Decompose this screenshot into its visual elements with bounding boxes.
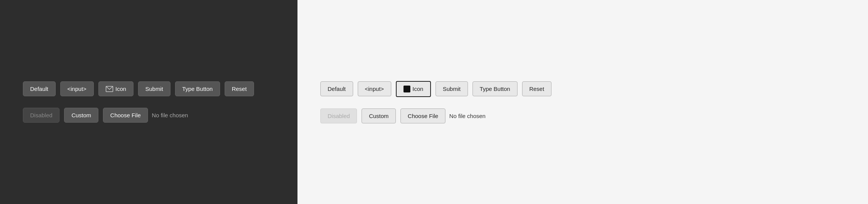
- light-input-button[interactable]: <input>: [358, 81, 391, 96]
- dark-icon-button[interactable]: Icon: [98, 81, 133, 96]
- dark-reset-button[interactable]: Reset: [225, 81, 254, 96]
- dark-submit-button[interactable]: Submit: [138, 81, 170, 96]
- light-row-1: Default <input> Icon Submit Type Button …: [320, 81, 845, 97]
- dark-choose-file-button[interactable]: Choose File: [103, 108, 148, 123]
- light-default-button[interactable]: Default: [320, 81, 353, 96]
- dark-input-button[interactable]: <input>: [60, 81, 94, 96]
- light-custom-button[interactable]: Custom: [362, 108, 396, 123]
- light-submit-button[interactable]: Submit: [436, 81, 468, 96]
- light-type-button-button[interactable]: Type Button: [473, 81, 518, 96]
- dark-panel: Default <input> Icon Submit Type Button …: [0, 0, 297, 204]
- dark-type-button-button[interactable]: Type Button: [175, 81, 220, 96]
- dark-disabled-button: Disabled: [23, 108, 59, 123]
- dark-icon-label: Icon: [116, 86, 126, 92]
- mail-icon: [106, 86, 113, 92]
- light-choose-file-button[interactable]: Choose File: [400, 108, 445, 123]
- dark-row-2: Disabled Custom Choose File No file chos…: [23, 108, 275, 123]
- light-reset-button[interactable]: Reset: [522, 81, 551, 96]
- dark-custom-button[interactable]: Custom: [64, 108, 98, 123]
- light-panel: Default <input> Icon Submit Type Button …: [297, 0, 868, 204]
- light-disabled-button: Disabled: [320, 108, 357, 123]
- light-icon-button[interactable]: Icon: [396, 81, 431, 97]
- black-square-icon: [403, 86, 410, 92]
- dark-default-button[interactable]: Default: [23, 81, 56, 96]
- light-icon-label: Icon: [413, 86, 423, 92]
- dark-file-input-group: Choose File No file chosen: [103, 108, 188, 123]
- dark-row-1: Default <input> Icon Submit Type Button …: [23, 81, 275, 96]
- light-file-input-group: Choose File No file chosen: [400, 108, 485, 123]
- dark-no-file-text: No file chosen: [152, 112, 188, 118]
- light-no-file-text: No file chosen: [449, 113, 485, 119]
- light-row-2: Disabled Custom Choose File No file chos…: [320, 108, 845, 123]
